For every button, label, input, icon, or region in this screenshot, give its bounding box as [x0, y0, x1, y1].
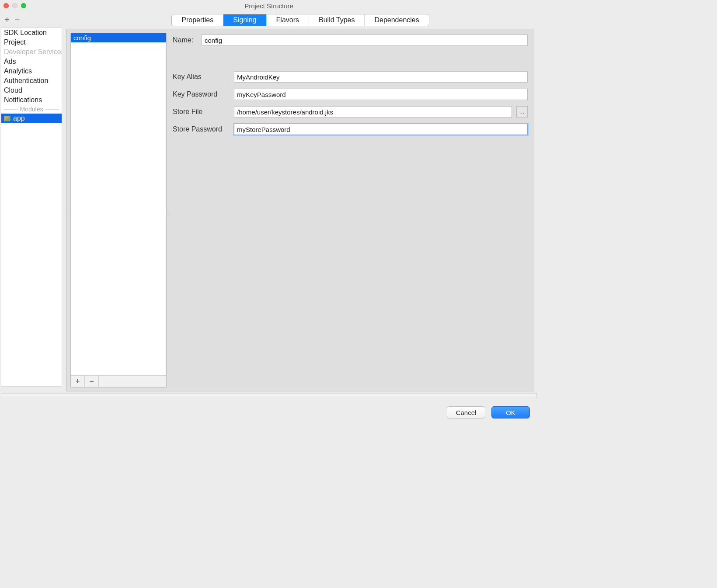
panel-splitter-icon[interactable]: ◌	[166, 210, 170, 216]
content: Properties Signing Flavors Build Types D…	[63, 11, 538, 391]
modules-label: Modules	[20, 106, 43, 113]
zoom-icon[interactable]	[21, 3, 26, 8]
browse-store-file-button[interactable]: ...	[516, 106, 528, 118]
workarea: + − SDK Location Project Developer Servi…	[0, 11, 538, 391]
config-remove-button[interactable]: −	[85, 376, 99, 387]
row-store-password: Store Password	[173, 124, 528, 135]
sidebar-group-dev-services: Developer Services	[1, 47, 62, 57]
input-name[interactable]	[202, 35, 528, 46]
config-list: config	[71, 33, 166, 375]
sidebar-group-modules: Modules	[1, 105, 62, 114]
sidebar-item-module-app[interactable]: app	[1, 114, 62, 123]
label-key-alias: Key Alias	[173, 73, 230, 81]
row-key-alias: Key Alias	[173, 71, 528, 83]
sidebar-item-authentication[interactable]: Authentication	[1, 76, 62, 86]
signing-form: Name: Key Alias Key Password Store File …	[170, 33, 530, 387]
sidebar-item-ads[interactable]: Ads	[1, 57, 62, 66]
minimize-icon	[12, 3, 17, 8]
sidebar-panel: SDK Location Project Developer Services …	[1, 28, 62, 387]
config-list-item[interactable]: config	[71, 33, 166, 42]
input-key-password[interactable]	[234, 89, 528, 100]
row-key-password: Key Password	[173, 89, 528, 100]
config-toolbar: + −	[71, 375, 166, 387]
window-title: Project Structure	[0, 2, 538, 10]
ok-button[interactable]: OK	[491, 406, 530, 419]
cancel-button[interactable]: Cancel	[447, 406, 485, 419]
tab-signing[interactable]: Signing	[223, 14, 266, 26]
module-icon	[4, 116, 10, 121]
tab-flavors[interactable]: Flavors	[267, 14, 309, 26]
tab-build-types[interactable]: Build Types	[309, 14, 365, 26]
sidebar: + − SDK Location Project Developer Servi…	[0, 11, 63, 391]
splitter-grip-icon[interactable]: ⋮	[64, 208, 69, 212]
add-button[interactable]: +	[4, 15, 10, 25]
sidebar-toolbar: + −	[0, 14, 63, 28]
sidebar-item-cloud[interactable]: Cloud	[1, 86, 62, 95]
input-store-file[interactable]	[234, 106, 512, 118]
row-store-file: Store File ...	[173, 106, 528, 118]
dialog-buttons: Cancel OK	[0, 399, 538, 423]
label-key-password: Key Password	[173, 90, 230, 98]
form-spacer	[173, 52, 528, 65]
main-panel: ⋮ config + − ◌ Name: Key Alias	[66, 29, 534, 391]
label-store-file: Store File	[173, 108, 230, 116]
close-icon[interactable]	[3, 3, 9, 8]
tabs: Properties Signing Flavors Build Types D…	[171, 14, 429, 26]
tab-dependencies[interactable]: Dependencies	[365, 14, 428, 26]
label-name: Name:	[173, 36, 197, 44]
sidebar-item-project[interactable]: Project	[1, 38, 62, 47]
tab-properties[interactable]: Properties	[172, 14, 223, 26]
label-store-password: Store Password	[173, 125, 230, 133]
config-list-panel: config + −	[70, 33, 167, 387]
titlebar: Project Structure	[0, 0, 538, 11]
sidebar-item-notifications[interactable]: Notifications	[1, 95, 62, 105]
remove-button[interactable]: −	[15, 15, 20, 25]
module-label: app	[13, 114, 25, 122]
row-name: Name:	[173, 35, 528, 46]
horizontal-scrollbar[interactable]	[1, 393, 537, 399]
sidebar-item-analytics[interactable]: Analytics	[1, 66, 62, 76]
input-store-password[interactable]	[234, 124, 528, 135]
tabs-row: Properties Signing Flavors Build Types D…	[63, 11, 538, 29]
input-key-alias[interactable]	[234, 71, 528, 83]
config-add-button[interactable]: +	[71, 376, 85, 387]
traffic-lights	[3, 3, 26, 8]
sidebar-item-sdk-location[interactable]: SDK Location	[1, 28, 62, 38]
